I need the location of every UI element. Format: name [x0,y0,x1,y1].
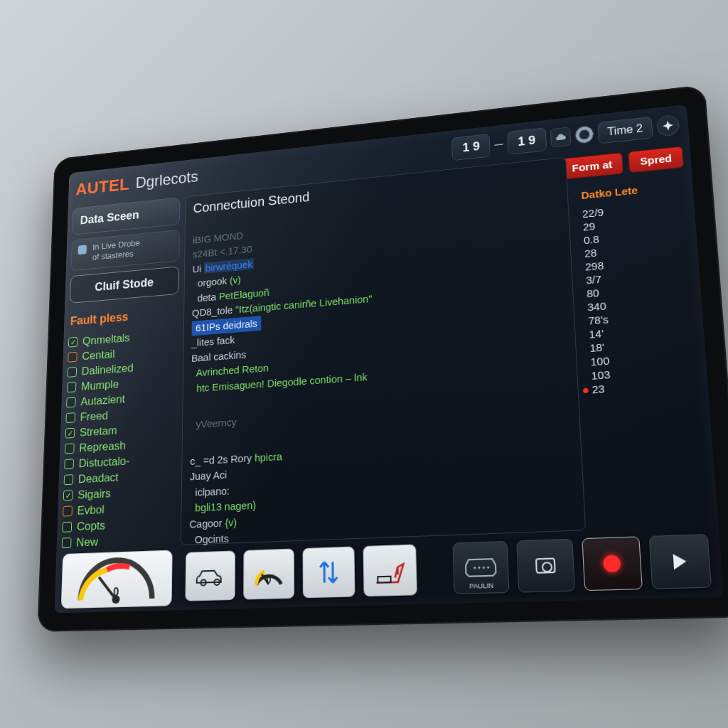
fault-header: Fault pless [70,306,178,328]
action-buttons: Form at Spred [561,146,684,180]
checkbox-icon[interactable] [68,337,77,348]
obd-button[interactable]: PAULIN [452,541,509,594]
checkbox-icon[interactable] [63,505,73,516]
counter-a: 1 9 [451,133,491,160]
checkbox-icon[interactable] [65,412,75,423]
brand-logo: AUTEL [75,174,129,199]
checkbox-icon[interactable] [64,474,74,485]
app-title: Dgrlecots [135,168,198,192]
checkbox-icon[interactable] [65,428,75,439]
svg-point-10 [487,566,489,568]
cloud-icon[interactable] [550,127,572,147]
checkbox-icon[interactable] [68,367,77,378]
obd-icon [464,556,498,579]
fault-item[interactable]: New [62,532,176,550]
cluif-stode-button[interactable]: Cluif Stode [70,266,179,303]
crane-icon [373,555,407,586]
fault-item-label: Qnmeltals [82,331,130,348]
gauge-small-icon: 0 [252,559,286,589]
snapshot-button[interactable] [516,539,575,593]
fault-item-label: New [76,535,98,550]
fault-item-label: Evbol [77,503,105,518]
right-header: Datko Lete [581,180,681,201]
gauge-value: 0 [113,586,119,599]
fault-item[interactable]: Copts [62,515,176,534]
svg-text:0: 0 [267,574,272,584]
fault-item-label: Stretam [80,424,117,439]
camera-icon [535,557,556,573]
code-block[interactable]: iBIG MOND s24Bt <.17.30 Ui birwréquek or… [188,182,578,580]
gauge-tile[interactable]: 0 [61,550,173,609]
checkbox-icon[interactable] [63,490,73,500]
format-button[interactable]: Form at [561,152,624,180]
fault-item-label: Dalinelized [81,361,133,378]
play-icon [673,554,687,570]
vehicle-button[interactable] [185,550,235,601]
obd-label: PAULIN [469,582,493,590]
live-data-subpanel[interactable]: In Live Drobe of stasteres [71,230,180,271]
time-button[interactable]: Time 2 [597,117,653,144]
checkbox-icon[interactable] [62,522,72,532]
gauge-button[interactable]: 0 [243,548,294,599]
svg-point-8 [478,567,480,569]
gauge-icon: 0 [68,555,166,608]
fault-item-label: Sigairs [77,486,111,502]
location-icon[interactable] [656,114,680,137]
checkbox-icon[interactable] [68,352,77,363]
data-screen-button[interactable]: Data Sceen [72,197,180,235]
fault-item[interactable]: Evbol [63,499,176,518]
checkbox-icon[interactable] [67,382,76,392]
main-panel: Connectuion Steond iBIG MOND s24Bt <.17.… [181,157,586,545]
fault-item-label: Deadact [78,471,119,486]
fault-item-label: Autazient [80,392,125,409]
gear-icon[interactable] [574,125,594,144]
dash-separator: – [494,135,503,154]
sidebar: Data Sceen In Live Drobe of stasteres Cl… [62,197,181,550]
arrows-button[interactable] [302,546,355,598]
fault-item-label: Freed [80,409,108,424]
svg-point-9 [483,567,485,569]
fault-item-label: Repreash [79,439,126,455]
checkbox-icon[interactable] [65,443,75,454]
counter-b: 1 9 [507,127,547,155]
svg-point-7 [473,567,476,569]
right-value-list: 22/9290.8282983/78034078's14'18'10010323 [582,199,695,396]
fault-item-label: Copts [77,518,105,533]
record-button[interactable] [582,536,643,591]
fault-item-label: Distuctalo- [78,454,129,471]
speed-button[interactable]: Spred [628,146,684,173]
crane-button[interactable] [363,544,417,596]
arrows-icon [314,557,343,588]
fault-list: QnmeltalsCentailDalinelizedMumpleAutazie… [62,327,178,550]
car-icon [194,564,227,587]
fault-item-label: Mumple [81,378,119,393]
right-panel: Datko Lete 22/9290.8282983/78034078's14'… [574,175,700,396]
checkbox-icon[interactable] [62,537,72,548]
play-button[interactable] [649,534,712,589]
fault-item-label: Centail [82,348,115,363]
checkbox-icon[interactable] [66,397,75,408]
record-icon [603,555,621,572]
checkbox-icon[interactable] [64,459,74,469]
